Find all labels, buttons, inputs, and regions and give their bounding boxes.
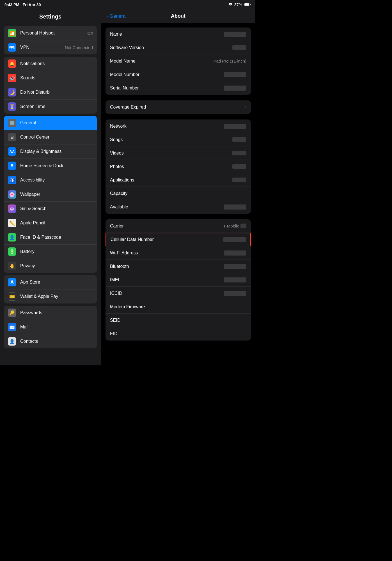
carrier-value: T-Mobile: [223, 224, 246, 228]
sidebar-item-privacy[interactable]: 🤚 Privacy: [4, 259, 97, 273]
detail-header: ‹ General About: [101, 10, 255, 23]
sidebar-item-hotspot[interactable]: 📶 Personal Hotspot Off: [4, 26, 97, 40]
siri-icon: ◎: [8, 204, 16, 213]
detail-row-name: Name: [106, 27, 251, 41]
wifi-icon: [228, 3, 233, 7]
battery-percentage: 87%: [234, 3, 242, 7]
name-value: [224, 32, 246, 37]
detail-row-iccid: ICCID: [106, 287, 251, 300]
battery-icon: [244, 3, 251, 7]
sidebar-group-apps2: 🔑 Passwords ✉️ Mail 👤 Contacts: [4, 306, 97, 348]
sidebar-item-display[interactable]: AA Display & Brightness: [4, 144, 97, 159]
sidebar-title: Settings: [0, 10, 101, 24]
svg-point-0: [230, 6, 231, 6]
modelnumber-value: [224, 72, 246, 77]
sidebar-item-donotdisturb[interactable]: 🌙 Do Not Disturb: [4, 85, 97, 100]
sidebar-item-contacts[interactable]: 👤 Contacts: [4, 334, 97, 348]
back-chevron-icon: ‹: [107, 13, 109, 19]
sidebar-item-passwords[interactable]: 🔑 Passwords: [4, 306, 97, 320]
detail-row-carrier: Carrier T-Mobile: [106, 219, 251, 233]
detail-row-eid: EID: [106, 327, 251, 341]
sidebar-group-system2: ⚙️ General ⊞ Control Center AA Display &…: [4, 116, 97, 273]
accessibility-icon: ♿: [8, 176, 16, 184]
network-value: [224, 124, 246, 129]
back-button[interactable]: ‹ General: [107, 13, 129, 19]
detail-row-seid: SEID: [106, 314, 251, 327]
detail-row-wifiaddress: Wi-Fi Address: [106, 246, 251, 260]
wallet-icon: 💳: [8, 292, 16, 301]
detail-row-serialnumber: Serial Number: [106, 81, 251, 95]
sidebar-group-system1: 🔔 Notifications 🔊 Sounds 🌙 Do Not Distur…: [4, 57, 97, 114]
sounds-icon: 🔊: [8, 74, 16, 82]
detail-row-modelnumber: Model Number: [106, 68, 251, 81]
faceid-icon: 👤: [8, 233, 16, 242]
screentime-icon: ⏳: [8, 102, 16, 111]
detail-row-applications: Applications: [106, 173, 251, 187]
battery-nav-icon: 🔋: [8, 247, 16, 256]
detail-group-storage: Network Songs Videos Photos: [106, 119, 251, 214]
sidebar-item-wallet[interactable]: 💳 Wallet & Apple Pay: [4, 289, 97, 304]
detail-row-coverage[interactable]: Coverage Expired ›: [106, 100, 251, 114]
privacy-icon: 🤚: [8, 262, 16, 270]
detail-row-songs: Songs: [106, 133, 251, 146]
detail-row-videos: Videos: [106, 146, 251, 160]
sidebar-item-wallpaper[interactable]: 🌸 Wallpaper: [4, 187, 97, 202]
sidebar-group-apps1: A App Store 💳 Wallet & Apple Pay: [4, 275, 97, 304]
iccid-value: [224, 291, 246, 296]
detail-row-bluetooth: Bluetooth: [106, 260, 251, 273]
appstore-icon: A: [8, 278, 16, 286]
softwareversion-value: [232, 45, 246, 50]
available-value: [224, 204, 246, 210]
display-icon: AA: [8, 147, 16, 156]
sidebar-item-appstore[interactable]: A App Store: [4, 275, 97, 289]
vpn-icon: VPN: [8, 43, 16, 52]
sidebar-item-battery[interactable]: 🔋 Battery: [4, 245, 97, 259]
coverage-chevron-icon: ›: [245, 105, 246, 110]
hotspot-value: Off: [87, 31, 93, 36]
sidebar-item-sounds[interactable]: 🔊 Sounds: [4, 71, 97, 85]
sidebar-item-mail[interactable]: ✉️ Mail: [4, 320, 97, 334]
songs-value: [232, 137, 246, 142]
detail-row-photos: Photos: [106, 160, 251, 173]
cellulardatanumber-value: [223, 237, 246, 242]
applepencil-icon: ✏️: [8, 219, 16, 227]
modelname-value: iPad Pro (11-inch): [212, 59, 246, 63]
sidebar-item-homescreen[interactable]: ⠿ Home Screen & Dock: [4, 159, 97, 173]
detail-row-imei: IMEI: [106, 273, 251, 287]
sidebar: Settings 📶 Personal Hotspot Off VPN VPN …: [0, 10, 101, 365]
serialnumber-value: [224, 86, 246, 91]
detail-content: Name Software Version Model Name iPad Pr…: [101, 23, 255, 351]
detail-row-available: Available: [106, 200, 251, 214]
detail-group-cellular: Carrier T-Mobile Cellular Data Number Wi…: [106, 219, 251, 341]
imei-value: [224, 277, 246, 282]
sidebar-item-faceid[interactable]: 👤 Face ID & Passcode: [4, 230, 97, 245]
detail-group-coverage: Coverage Expired ›: [106, 100, 251, 114]
detail-row-modemfirmware: Modem Firmware: [106, 300, 251, 314]
passwords-icon: 🔑: [8, 309, 16, 317]
detail-panel: ‹ General About Name Software Version: [101, 10, 255, 365]
sidebar-item-general[interactable]: ⚙️ General: [4, 116, 97, 130]
photos-value: [232, 164, 246, 169]
detail-title: About: [129, 13, 227, 19]
contacts-icon: 👤: [8, 337, 16, 346]
videos-value: [232, 151, 246, 155]
detail-row-capacity: Capacity: [106, 187, 251, 200]
detail-row-cellulardatanumber: Cellular Data Number: [106, 233, 251, 246]
sidebar-item-accessibility[interactable]: ♿ Accessibility: [4, 173, 97, 187]
bluetooth-value: [224, 264, 246, 269]
detail-group-identity: Name Software Version Model Name iPad Pr…: [106, 27, 251, 95]
hotspot-label: Personal Hotspot: [20, 31, 87, 36]
sidebar-item-vpn[interactable]: VPN VPN Not Connected: [4, 40, 97, 54]
sidebar-item-notifications[interactable]: 🔔 Notifications: [4, 57, 97, 71]
sidebar-item-siri[interactable]: ◎ Siri & Search: [4, 202, 97, 216]
sidebar-item-screentime[interactable]: ⏳ Screen Time: [4, 100, 97, 114]
status-indicators: 87%: [228, 3, 251, 7]
vpn-label: VPN: [20, 45, 65, 50]
wifiaddress-value: [224, 250, 246, 256]
sidebar-group-network: 📶 Personal Hotspot Off VPN VPN Not Conne…: [4, 26, 97, 54]
detail-row-softwareversion: Software Version: [106, 41, 251, 54]
sidebar-item-applepencil[interactable]: ✏️ Apple Pencil: [4, 216, 97, 230]
mail-icon: ✉️: [8, 323, 16, 331]
sidebar-item-controlcenter[interactable]: ⊞ Control Center: [4, 130, 97, 144]
status-bar: 9:43 PM Fri Apr 30 87%: [0, 0, 255, 10]
